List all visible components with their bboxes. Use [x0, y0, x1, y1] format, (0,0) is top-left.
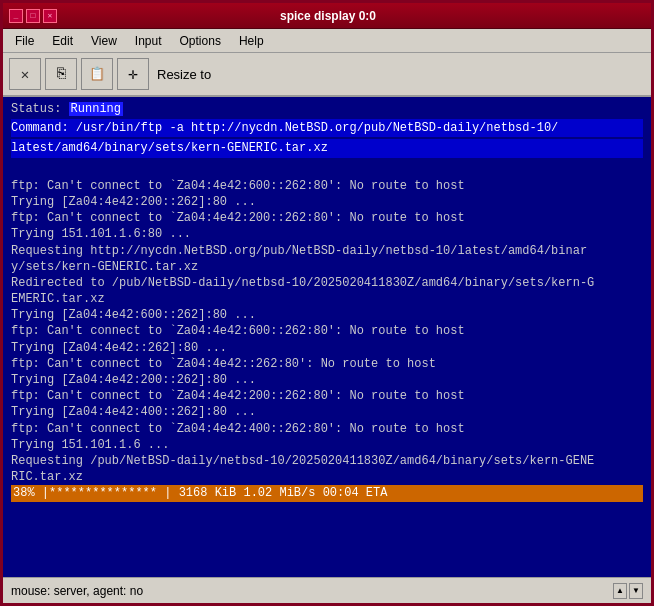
copy-toolbar-button[interactable]: ⎘ — [45, 58, 77, 90]
toolbar: ✕ ⎘ 📋 ✛ Resize to — [3, 53, 651, 97]
terminal-line: ftp: Can't connect to `Za04:4e42::262:80… — [11, 356, 643, 372]
minimize-button[interactable]: _ — [9, 9, 23, 23]
terminal-line: ftp: Can't connect to `Za04:4e42:600::26… — [11, 323, 643, 339]
title-bar: _ □ ✕ spice display 0:0 — [3, 3, 651, 29]
terminal-output: ftp: Can't connect to `Za04:4e42:600::26… — [11, 162, 643, 502]
terminal-line: ftp: Can't connect to `Za04:4e42:600::26… — [11, 178, 643, 194]
terminal-line: Requesting /pub/NetBSD-daily/netbsd-10/2… — [11, 453, 643, 469]
terminal-line: RIC.tar.xz — [11, 469, 643, 485]
command-line-2: latest/amd64/binary/sets/kern-GENERIC.ta… — [11, 139, 643, 157]
terminal-line: Trying 151.101.1.6:80 ... — [11, 226, 643, 242]
terminal-line: Trying 151.101.1.6 ... — [11, 437, 643, 453]
display-area: Status: Running Command: /usr/bin/ftp -a… — [3, 97, 651, 577]
terminal-line: EMERIC.tar.xz — [11, 291, 643, 307]
window-content: _ □ ✕ spice display 0:0 File Edit View I… — [3, 3, 651, 603]
paste-icon: 📋 — [89, 66, 105, 82]
resize-label: Resize to — [157, 67, 211, 82]
terminal-line: ftp: Can't connect to `Za04:4e42:400::26… — [11, 421, 643, 437]
terminal-line: Requesting http://nycdn.NetBSD.org/pub/N… — [11, 243, 643, 259]
menu-view[interactable]: View — [83, 32, 125, 50]
terminal-line: Trying [Za04:4e42:200::262]:80 ... — [11, 194, 643, 210]
progress-line: 38% |*************** | 3168 KiB 1.02 MiB… — [11, 485, 643, 501]
command-value-2: latest/amd64/binary/sets/kern-GENERIC.ta… — [11, 141, 328, 155]
status-label: Status: — [11, 102, 69, 116]
move-icon: ✛ — [128, 64, 138, 84]
terminal-screen: Status: Running Command: /usr/bin/ftp -a… — [3, 97, 651, 577]
terminal-line — [11, 162, 643, 178]
command-value: /usr/bin/ftp -a http://nycdn.NetBSD.org/… — [76, 121, 558, 135]
close-icon: ✕ — [21, 66, 29, 83]
close-button[interactable]: ✕ — [43, 9, 57, 23]
mouse-status-text: mouse: server, agent: no — [11, 584, 143, 598]
window-title: spice display 0:0 — [57, 9, 599, 23]
copy-icon: ⎘ — [57, 66, 66, 83]
menu-input[interactable]: Input — [127, 32, 170, 50]
terminal-line: Trying [Za04:4e42:400::262]:80 ... — [11, 404, 643, 420]
terminal-line: y/sets/kern-GENERIC.tar.xz — [11, 259, 643, 275]
menu-bar: File Edit View Input Options Help — [3, 29, 651, 53]
terminal-line: Trying [Za04:4e42:600::262]:80 ... — [11, 307, 643, 323]
maximize-button[interactable]: □ — [26, 9, 40, 23]
scroll-down-button[interactable]: ▼ — [629, 583, 643, 599]
menu-edit[interactable]: Edit — [44, 32, 81, 50]
terminal-line: Trying [Za04:4e42::262]:80 ... — [11, 340, 643, 356]
terminal-line: Trying [Za04:4e42:200::262]:80 ... — [11, 372, 643, 388]
status-line: Status: Running — [11, 101, 643, 117]
terminal-line: ftp: Can't connect to `Za04:4e42:200::26… — [11, 210, 643, 226]
window-border: _ □ ✕ spice display 0:0 File Edit View I… — [0, 0, 654, 606]
status-footer: mouse: server, agent: no ▲ ▼ — [3, 577, 651, 603]
menu-help[interactable]: Help — [231, 32, 272, 50]
terminal-line: Redirected to /pub/NetBSD-daily/netbsd-1… — [11, 275, 643, 291]
scrollbar-area: ▲ ▼ — [613, 583, 643, 599]
command-label: Command: — [11, 121, 76, 135]
paste-toolbar-button[interactable]: 📋 — [81, 58, 113, 90]
command-line: Command: /usr/bin/ftp -a http://nycdn.Ne… — [11, 119, 643, 137]
terminal-line: ftp: Can't connect to `Za04:4e42:200::26… — [11, 388, 643, 404]
scroll-up-button[interactable]: ▲ — [613, 583, 627, 599]
menu-file[interactable]: File — [7, 32, 42, 50]
close-toolbar-button[interactable]: ✕ — [9, 58, 41, 90]
move-toolbar-button[interactable]: ✛ — [117, 58, 149, 90]
title-bar-controls: _ □ ✕ — [9, 9, 57, 23]
menu-options[interactable]: Options — [172, 32, 229, 50]
status-value: Running — [69, 102, 123, 116]
